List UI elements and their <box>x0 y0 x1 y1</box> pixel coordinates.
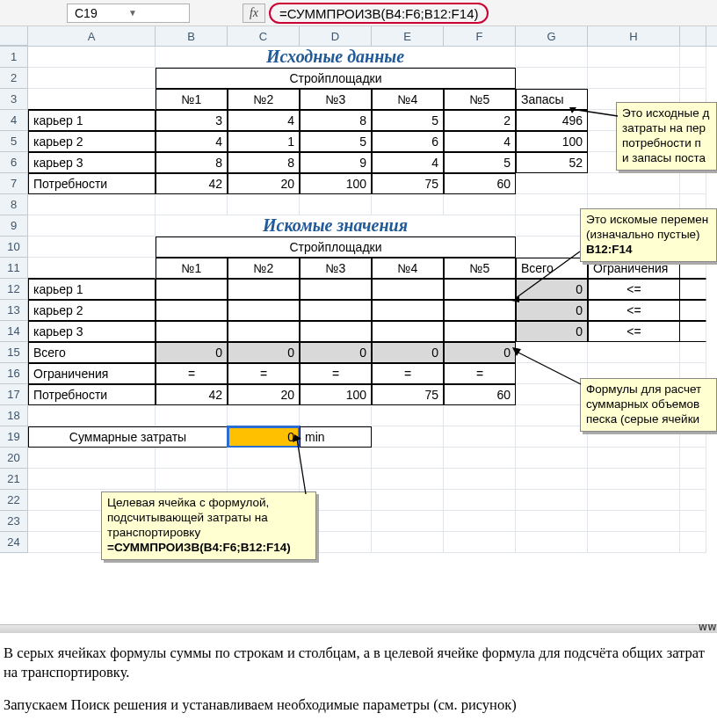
cell[interactable]: 20 <box>228 384 300 405</box>
cell[interactable]: 20 <box>228 173 300 194</box>
cell[interactable]: Всего <box>28 342 156 363</box>
cell[interactable]: карьер 3 <box>28 152 156 173</box>
cell[interactable] <box>588 490 680 511</box>
col-H[interactable]: H <box>588 26 680 46</box>
cell[interactable]: 5 <box>444 152 516 173</box>
cell[interactable] <box>372 300 444 321</box>
cell[interactable]: 5 <box>372 110 444 131</box>
cell[interactable]: 100 <box>300 173 372 194</box>
cell[interactable]: №1 <box>156 89 228 110</box>
cell[interactable] <box>28 469 156 490</box>
row-1[interactable]: 1 <box>0 47 28 68</box>
cell[interactable]: 0 <box>516 279 588 300</box>
cell[interactable]: 496 <box>516 110 588 131</box>
cell[interactable]: 9 <box>300 152 372 173</box>
cell[interactable] <box>444 405 516 426</box>
cell[interactable] <box>680 490 706 511</box>
cell[interactable] <box>588 47 680 68</box>
cell[interactable]: 75 <box>372 384 444 405</box>
cell[interactable]: №4 <box>372 258 444 279</box>
formula-input[interactable]: =СУММПРОИЗВ(B4:F6;B12:F14) <box>269 3 489 24</box>
cell[interactable]: 52 <box>516 152 588 173</box>
cell[interactable]: min <box>300 426 372 448</box>
row-22[interactable]: 22 <box>0 490 28 511</box>
cell[interactable] <box>516 215 588 237</box>
row-6[interactable]: 6 <box>0 152 28 173</box>
cell[interactable] <box>444 426 516 448</box>
cell[interactable] <box>300 448 372 469</box>
cell[interactable] <box>444 511 516 532</box>
cell[interactable]: 4 <box>228 110 300 131</box>
cell[interactable] <box>516 237 588 258</box>
cell[interactable] <box>516 47 588 68</box>
cell[interactable]: 2 <box>444 110 516 131</box>
cell[interactable]: Всего <box>516 258 588 279</box>
row-3[interactable]: 3 <box>0 89 28 110</box>
cell[interactable] <box>680 300 706 321</box>
cell[interactable]: 5 <box>300 131 372 152</box>
cell[interactable]: = <box>300 363 372 384</box>
cell[interactable] <box>28 89 156 110</box>
cell[interactable] <box>588 469 680 490</box>
select-all-corner[interactable] <box>0 26 28 46</box>
cell[interactable]: 1 <box>228 131 300 152</box>
cell[interactable]: = <box>372 363 444 384</box>
cell[interactable] <box>228 405 300 426</box>
cell[interactable]: 42 <box>156 173 228 194</box>
row-2[interactable]: 2 <box>0 68 28 89</box>
row-19[interactable]: 19 <box>0 426 28 448</box>
cell[interactable] <box>588 448 680 469</box>
cell[interactable] <box>228 469 300 490</box>
row-20[interactable]: 20 <box>0 448 28 469</box>
cell[interactable] <box>680 448 706 469</box>
cell[interactable]: 0 <box>300 342 372 363</box>
cell[interactable]: 4 <box>156 131 228 152</box>
cell[interactable]: 6 <box>372 131 444 152</box>
cell[interactable] <box>28 258 156 279</box>
cell[interactable] <box>516 405 588 426</box>
cell[interactable] <box>28 448 156 469</box>
col-D[interactable]: D <box>300 26 372 46</box>
cell[interactable] <box>516 469 588 490</box>
col-A[interactable]: A <box>28 26 156 46</box>
cell[interactable] <box>588 68 680 89</box>
cell[interactable] <box>228 321 300 342</box>
row-24[interactable]: 24 <box>0 532 28 553</box>
cell[interactable] <box>444 321 516 342</box>
row-10[interactable]: 10 <box>0 237 28 258</box>
cell[interactable]: 8 <box>156 152 228 173</box>
row-4[interactable]: 4 <box>0 110 28 131</box>
cell[interactable]: карьер 1 <box>28 110 156 131</box>
cell[interactable]: = <box>444 363 516 384</box>
cell[interactable] <box>28 194 156 215</box>
cell[interactable] <box>680 532 706 553</box>
cell[interactable] <box>156 321 228 342</box>
row-15[interactable]: 15 <box>0 342 28 363</box>
cell[interactable] <box>680 279 706 300</box>
cell[interactable] <box>156 448 228 469</box>
cell[interactable]: 8 <box>300 110 372 131</box>
col-B[interactable]: B <box>156 26 228 46</box>
cell[interactable] <box>228 300 300 321</box>
cell[interactable] <box>588 532 680 553</box>
cell[interactable] <box>680 68 706 89</box>
cell[interactable] <box>516 173 588 194</box>
cell[interactable] <box>516 511 588 532</box>
cell[interactable]: №3 <box>300 89 372 110</box>
cell[interactable]: 0 <box>372 342 444 363</box>
cell[interactable]: <= <box>588 300 680 321</box>
cell[interactable] <box>372 469 444 490</box>
col-C[interactable]: C <box>228 26 300 46</box>
cell[interactable] <box>516 363 588 384</box>
cell[interactable]: Ограничения <box>28 363 156 384</box>
cell[interactable] <box>372 279 444 300</box>
cell[interactable]: №3 <box>300 258 372 279</box>
row-11[interactable]: 11 <box>0 258 28 279</box>
cell[interactable]: = <box>228 363 300 384</box>
cell[interactable] <box>588 173 680 194</box>
cell[interactable] <box>372 490 444 511</box>
cell[interactable]: <= <box>588 321 680 342</box>
cell[interactable] <box>516 384 588 405</box>
cell[interactable]: 100 <box>300 384 372 405</box>
cell[interactable] <box>680 342 706 363</box>
